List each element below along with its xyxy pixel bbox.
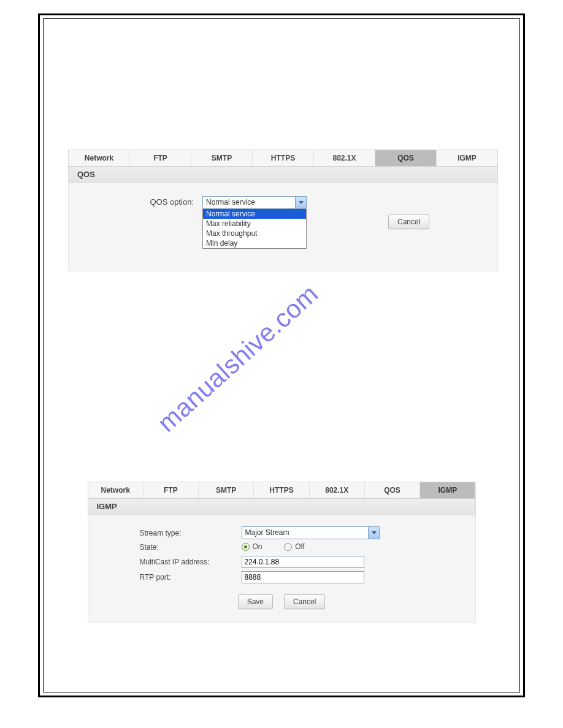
multicast-ip-input[interactable]: [242, 556, 364, 568]
qos-dd-normal[interactable]: Normal service: [203, 209, 306, 219]
qos-body: QOS option: Normal service Normal servic…: [68, 183, 498, 271]
tab-8021x[interactable]: 802.1X: [314, 150, 375, 166]
rtp-port-input[interactable]: [242, 571, 364, 583]
qos-option-value: Normal service: [206, 198, 255, 207]
tab-qos[interactable]: QOS: [375, 150, 437, 166]
tab-https[interactable]: HTTPS: [254, 482, 309, 498]
qos-option-select[interactable]: Normal service Normal service Max reliab…: [202, 196, 307, 249]
tab-https[interactable]: HTTPS: [253, 150, 314, 166]
tab-8021x[interactable]: 802.1X: [310, 482, 365, 498]
tab-igmp[interactable]: IGMP: [437, 150, 497, 166]
radio-icon: [284, 543, 292, 551]
save-button[interactable]: Save: [238, 594, 273, 609]
stream-type-label: Stream type:: [97, 529, 242, 537]
watermark-text: manualshive.com: [152, 279, 324, 438]
igmp-subheader: IGMP: [88, 499, 476, 515]
igmp-tabbar: Network FTP SMTP HTTPS 802.1X QOS IGMP: [88, 482, 476, 499]
tab-igmp[interactable]: IGMP: [420, 482, 475, 498]
tab-ftp[interactable]: FTP: [144, 482, 199, 498]
state-off-label: Off: [295, 542, 305, 551]
qos-option-dropdown[interactable]: Normal service Max reliability Max throu…: [202, 209, 307, 249]
radio-icon: [242, 543, 250, 551]
tab-ftp[interactable]: FTP: [130, 150, 191, 166]
state-on-radio[interactable]: On: [242, 542, 262, 551]
qos-dd-mindelay[interactable]: Min delay: [203, 238, 306, 248]
tab-network[interactable]: Network: [88, 482, 144, 498]
rtp-port-label: RTP port:: [97, 573, 242, 582]
qos-tabbar: Network FTP SMTP HTTPS 802.1X QOS IGMP: [68, 150, 498, 167]
chevron-down-icon[interactable]: [368, 527, 379, 539]
qos-dd-throughput[interactable]: Max throughput: [203, 229, 306, 238]
multicast-label: MultiCast IP address:: [97, 558, 242, 566]
stream-type-select[interactable]: Major Stream: [242, 526, 380, 539]
state-on-label: On: [253, 542, 262, 551]
cancel-button[interactable]: Cancel: [388, 214, 429, 229]
igmp-body: Stream type: Major Stream State:: [88, 515, 476, 623]
state-off-radio[interactable]: Off: [284, 542, 305, 551]
qos-option-label: QOS option:: [77, 196, 202, 207]
stream-type-value: Major Stream: [245, 528, 289, 537]
tab-smtp[interactable]: SMTP: [191, 150, 253, 166]
tab-network[interactable]: Network: [69, 150, 130, 166]
tab-qos[interactable]: QOS: [365, 482, 420, 498]
qos-dd-reliability[interactable]: Max reliability: [203, 219, 306, 229]
qos-panel: Network FTP SMTP HTTPS 802.1X QOS IGMP Q…: [68, 150, 498, 271]
state-label: State:: [97, 543, 242, 552]
igmp-panel: Network FTP SMTP HTTPS 802.1X QOS IGMP I…: [88, 482, 476, 623]
cancel-button[interactable]: Cancel: [284, 594, 325, 609]
chevron-down-icon[interactable]: [295, 197, 306, 208]
qos-subheader: QOS: [68, 167, 498, 183]
tab-smtp[interactable]: SMTP: [199, 482, 254, 498]
